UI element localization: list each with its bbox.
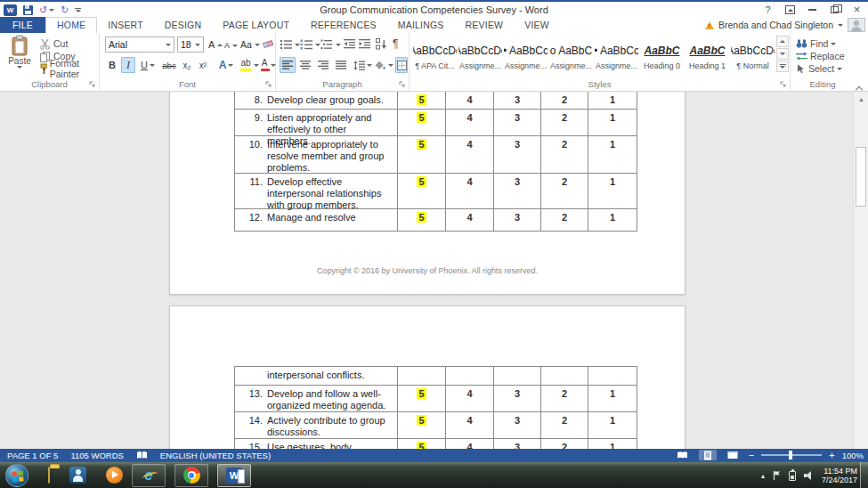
zoom-level[interactable]: 100% (842, 451, 864, 460)
cut-button[interactable]: Cut (39, 37, 68, 50)
bullets-button[interactable] (280, 38, 300, 51)
rating-cell[interactable]: 1 (588, 136, 637, 174)
show-formatting-button[interactable]: ¶ (393, 37, 398, 50)
superscript-button[interactable]: x² (196, 57, 210, 73)
internet-explorer-button[interactable]: e (132, 464, 166, 487)
rating-cell[interactable]: 3 (494, 412, 541, 439)
grow-font-button[interactable]: A (208, 38, 223, 51)
align-center-button[interactable] (297, 57, 313, 73)
font-family-select[interactable]: Arial (105, 37, 174, 53)
account-menu[interactable]: ! Brenda and Chad Singleton (705, 17, 865, 33)
rating-cell[interactable]: 5 (398, 174, 446, 209)
ribbon-display-options-button[interactable] (779, 2, 801, 17)
change-case-button[interactable]: Aa (240, 38, 260, 51)
tab-file[interactable]: FILE (0, 17, 45, 33)
rating-cell[interactable]: 5 (398, 110, 446, 136)
strikethrough-button[interactable]: abc (160, 57, 178, 73)
multilevel-list-button[interactable] (320, 38, 341, 51)
rating-cell[interactable]: 4 (446, 209, 494, 232)
rating-cell[interactable] (494, 367, 541, 386)
rating-cell[interactable]: 2 (541, 386, 588, 412)
rating-cell[interactable]: 5 (398, 92, 446, 110)
media-player-button[interactable] (106, 467, 123, 484)
sort-icon[interactable] (376, 38, 387, 50)
zoom-out-button[interactable]: − (749, 450, 754, 460)
rating-cell[interactable]: 4 (446, 412, 494, 439)
line-spacing-button[interactable] (353, 57, 372, 73)
clipboard-dialog-launcher[interactable] (89, 81, 96, 88)
restore-button[interactable] (823, 2, 846, 17)
bold-button[interactable]: B (105, 57, 119, 73)
person-app-button[interactable] (69, 467, 86, 484)
tab-home[interactable]: HOME (45, 17, 97, 33)
rating-cell[interactable] (446, 367, 494, 386)
show-desktop-button[interactable] (860, 462, 868, 488)
align-right-button[interactable] (315, 57, 331, 73)
rating-cell[interactable] (541, 367, 588, 386)
paragraph-dialog-launcher[interactable] (399, 81, 406, 88)
rating-cell[interactable]: 5 (398, 136, 446, 174)
rating-cell[interactable]: 2 (541, 136, 588, 174)
word-count[interactable]: 1105 WORDS (70, 451, 123, 460)
style-card[interactable]: AaBbCcDc¶ Normal (731, 36, 775, 75)
numbering-button[interactable] (300, 38, 320, 51)
tab-references[interactable]: REFERENCES (300, 17, 387, 33)
rating-cell[interactable]: 4 (446, 92, 494, 110)
language-indicator[interactable]: ENGLISH (UNITED STATES) (160, 451, 271, 460)
rating-cell[interactable]: 2 (541, 209, 588, 232)
scrollbar-thumb[interactable] (856, 147, 866, 207)
page-indicator[interactable]: PAGE 1 OF 5 (7, 451, 58, 460)
text-effects-button[interactable]: A (215, 57, 237, 73)
style-card[interactable]: AaBbCHeading 1 (685, 36, 729, 75)
close-button[interactable]: × (846, 2, 868, 17)
rating-cell[interactable]: 3 (494, 386, 541, 412)
italic-button[interactable]: I (121, 57, 135, 73)
hidden-icons-button[interactable]: ▴ (761, 472, 765, 480)
clear-formatting-icon[interactable] (262, 38, 274, 49)
shrink-font-button[interactable]: A (224, 39, 238, 52)
zoom-slider[interactable] (761, 454, 822, 456)
styles-scroll-down-button[interactable] (776, 48, 789, 60)
rating-cell[interactable]: 4 (446, 136, 494, 174)
underline-button[interactable]: U (137, 57, 158, 73)
rating-cell[interactable]: 5 (398, 386, 446, 412)
rating-cell[interactable]: 2 (541, 439, 588, 449)
style-card[interactable]: o AaBbCAssignme... (549, 36, 593, 75)
decrease-indent-icon[interactable] (344, 39, 355, 49)
font-dialog-launcher[interactable] (265, 81, 272, 88)
text-highlight-button[interactable]: ab (239, 57, 260, 73)
styles-dialog-launcher[interactable] (780, 81, 787, 88)
tab-review[interactable]: REVIEW (455, 17, 515, 33)
rating-cell[interactable]: 1 (588, 174, 637, 209)
tab-view[interactable]: VIEW (514, 17, 560, 33)
rating-cell[interactable]: 3 (494, 439, 541, 449)
style-card[interactable]: • AaBbCcAssignme... (504, 36, 548, 75)
rating-cell[interactable]: 1 (588, 209, 637, 232)
rating-cell[interactable]: 1 (588, 110, 637, 136)
web-layout-button[interactable] (724, 450, 742, 460)
rating-cell[interactable]: 1 (588, 412, 637, 439)
rating-cell[interactable] (398, 367, 446, 386)
rating-cell[interactable]: 3 (494, 174, 541, 209)
align-left-button[interactable] (280, 57, 296, 73)
start-button[interactable] (5, 464, 28, 487)
font-size-select[interactable]: 18 (177, 37, 204, 53)
styles-scroll-up-button[interactable] (776, 36, 789, 47)
replace-button[interactable]: Replace (796, 50, 845, 62)
rating-cell[interactable]: 1 (588, 92, 637, 110)
borders-button[interactable] (395, 57, 408, 73)
speaker-icon[interactable] (804, 471, 814, 481)
style-card[interactable]: AaBbCHeading 0 (640, 36, 684, 75)
rating-cell[interactable]: 2 (541, 92, 588, 110)
rating-cell[interactable]: 4 (446, 439, 494, 449)
tab-page-layout[interactable]: PAGE LAYOUT (212, 17, 300, 33)
clock[interactable]: 11:54 PM 7/24/2017 (822, 467, 857, 485)
paste-button[interactable]: Paste (4, 35, 36, 76)
rating-cell[interactable]: 4 (446, 110, 494, 136)
shading-button[interactable] (374, 57, 393, 73)
rating-cell[interactable]: 1 (588, 439, 637, 449)
battery-icon[interactable] (789, 471, 796, 481)
minimize-button[interactable] (801, 2, 823, 17)
format-painter-button[interactable]: Format Painter (39, 62, 99, 75)
tab-insert[interactable]: INSERT (97, 17, 154, 33)
